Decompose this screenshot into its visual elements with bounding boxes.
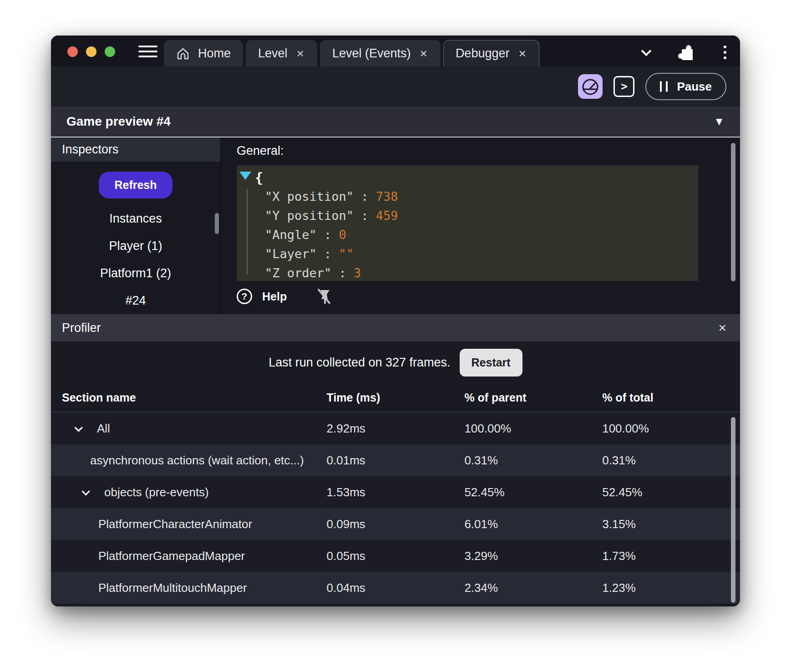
column-header-time: Time (ms)	[327, 391, 465, 404]
column-header-percent-total: % of total	[602, 391, 740, 404]
gauge-icon	[580, 76, 600, 97]
inspectors-panel: Inspectors Refresh Instances Player (1) …	[51, 137, 221, 314]
help-row: ? Help	[237, 287, 740, 305]
tab-label: Level (Events)	[332, 46, 411, 61]
restart-button[interactable]: Restart	[460, 349, 522, 377]
time-value: 2.92ms	[327, 422, 465, 436]
table-row[interactable]: asynchronous actions (wait action, etc..…	[51, 444, 740, 476]
inspector-item-24[interactable]: #24	[125, 287, 146, 314]
tab-label: Home	[198, 46, 231, 61]
json-field-y-position: "Y position" : 459	[248, 206, 698, 225]
collapse-triangle-icon[interactable]	[239, 172, 251, 180]
collected-row: Last run collected on 327 frames. Restar…	[51, 341, 740, 383]
percent-total-value: 1.73%	[602, 549, 740, 563]
collected-status-text: Last run collected on 327 frames.	[269, 356, 450, 370]
percent-parent-value: 0.31%	[464, 453, 602, 468]
profiler-header: Profiler ×	[51, 314, 740, 341]
chevron-down-icon[interactable]	[81, 487, 90, 495]
percent-parent-value: 3.29%	[464, 549, 602, 563]
close-icon[interactable]: ×	[296, 47, 305, 60]
general-title: General:	[237, 144, 740, 158]
percent-total-value: 3.15%	[602, 517, 740, 531]
game-preview-header[interactable]: Game preview #4 ▼	[51, 107, 740, 137]
json-field-layer: "Layer" : ""	[248, 244, 698, 264]
time-value: 0.09ms	[327, 517, 465, 531]
tab-level[interactable]: Level ×	[246, 40, 317, 66]
table-row[interactable]: objects (pre-events) 1.53ms 52.45% 52.45…	[51, 476, 740, 508]
section-name: All	[97, 422, 110, 436]
title-bar: Home Level × Level (Events) × Debugger ×	[51, 36, 740, 66]
general-scrollbar-thumb[interactable]	[731, 143, 735, 281]
close-icon[interactable]: ×	[419, 47, 428, 60]
more-options-kebab-icon[interactable]	[724, 46, 726, 59]
minimize-window-button[interactable]	[86, 46, 96, 57]
section-name: PlatformerGamepadMapper	[98, 549, 245, 563]
json-viewer: { "X position" : 738 "Y position" : 459 …	[237, 165, 698, 281]
menu-hamburger-icon[interactable]	[138, 46, 157, 57]
help-label[interactable]: Help	[262, 290, 287, 303]
section-name: objects (pre-events)	[104, 485, 209, 499]
close-icon[interactable]: ×	[517, 47, 527, 60]
app-window: Home Level × Level (Events) × Debugger ×	[51, 36, 740, 606]
tab-label: Debugger	[456, 46, 510, 61]
profiler-scrollbar-thumb[interactable]	[731, 417, 735, 603]
inspector-item-instances[interactable]: Instances	[109, 205, 162, 232]
debugger-toolbar: > Pause	[51, 66, 740, 107]
section-name: asynchronous actions (wait action, etc..…	[90, 453, 304, 468]
inspectors-title: Inspectors	[51, 137, 220, 162]
profiler-table-header: Section name Time (ms) % of parent % of …	[51, 383, 740, 412]
percent-total-value: 1.23%	[602, 581, 740, 595]
pin-off-icon[interactable]	[316, 287, 332, 305]
refresh-button[interactable]: Refresh	[99, 172, 172, 199]
table-row[interactable]: All 2.92ms 100.00% 100.00%	[51, 412, 740, 444]
json-open-brace: {	[248, 169, 698, 187]
maximize-window-button[interactable]	[105, 46, 115, 57]
percent-parent-value: 100.00%	[464, 422, 602, 436]
percent-parent-value: 52.45%	[464, 485, 602, 499]
percent-parent-value: 6.01%	[464, 517, 602, 531]
inspector-item-platform1[interactable]: Platform1 (2)	[100, 260, 171, 287]
profiler-title: Profiler	[62, 321, 101, 335]
debugger-main: Inspectors Refresh Instances Player (1) …	[51, 137, 740, 314]
tab-level-events[interactable]: Level (Events) ×	[320, 40, 441, 66]
json-field-angle: "Angle" : 0	[248, 225, 698, 244]
time-value: 1.53ms	[327, 485, 465, 499]
time-value: 0.05ms	[327, 549, 465, 563]
help-question-icon[interactable]: ?	[237, 289, 252, 304]
json-field-z-order: "Z order" : 3	[248, 264, 698, 283]
home-icon	[176, 47, 190, 61]
general-panel: General: { "X position" : 738 "Y positio…	[221, 137, 740, 314]
inspectors-list: Refresh Instances Player (1) Platform1 (…	[51, 162, 220, 314]
table-row[interactable]: PlatformerMultitouchMapper 0.04ms 2.34% …	[51, 572, 740, 604]
pause-icon	[660, 81, 668, 92]
column-header-section-name: Section name	[51, 391, 327, 404]
time-value: 0.01ms	[327, 453, 465, 468]
table-row[interactable]: PlatformerCharacterAnimator 0.09ms 6.01%…	[51, 508, 740, 540]
traffic-lights	[67, 46, 115, 57]
extensions-puzzle-icon[interactable]	[678, 44, 695, 61]
console-button[interactable]: >	[614, 76, 634, 97]
indent-guide	[247, 189, 248, 275]
close-icon[interactable]: ×	[718, 321, 726, 335]
close-window-button[interactable]	[67, 46, 78, 57]
chevron-down-icon[interactable]	[641, 46, 652, 56]
inspectors-scrollbar-thumb[interactable]	[215, 213, 219, 234]
titlebar-actions	[643, 44, 726, 61]
console-chevron-glyph: >	[621, 80, 627, 93]
section-name: PlatformerCharacterAnimator	[98, 517, 252, 531]
percent-total-value: 0.31%	[602, 453, 740, 468]
collapse-caret-icon[interactable]: ▼	[714, 115, 725, 128]
pause-button[interactable]: Pause	[645, 73, 726, 100]
table-row[interactable]: PlatformerGamepadMapper 0.05ms 3.29% 1.7…	[51, 540, 740, 572]
tab-home[interactable]: Home	[164, 40, 243, 66]
tab-bar: Home Level × Level (Events) × Debugger ×	[164, 40, 539, 66]
profiler-gauge-button[interactable]	[578, 74, 603, 99]
json-field-x-position: "X position" : 738	[248, 187, 698, 206]
percent-total-value: 52.45%	[602, 485, 740, 499]
inspector-item-player[interactable]: Player (1)	[109, 232, 162, 260]
tab-debugger[interactable]: Debugger ×	[443, 40, 539, 66]
percent-parent-value: 2.34%	[464, 581, 602, 595]
profiler-body: Last run collected on 327 frames. Restar…	[51, 341, 740, 606]
chevron-down-icon[interactable]	[74, 423, 82, 432]
pause-label: Pause	[677, 80, 712, 94]
